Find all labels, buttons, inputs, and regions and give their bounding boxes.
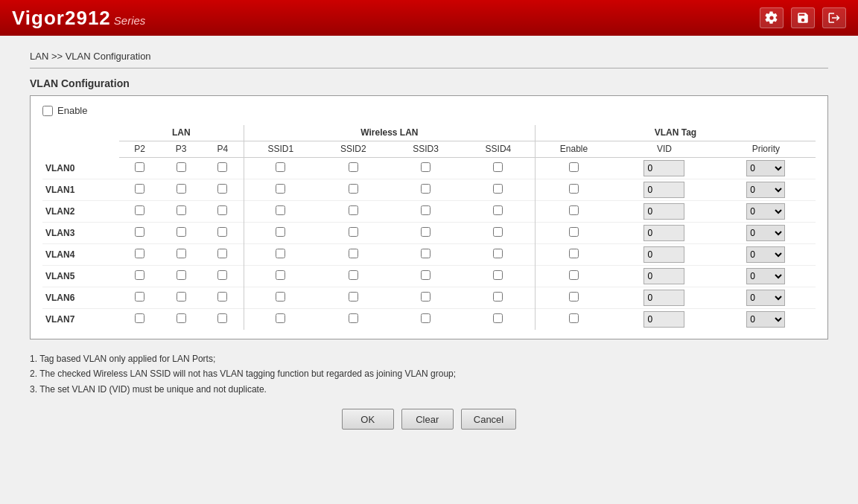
checkbox-vlan5-p2[interactable] (135, 270, 144, 280)
ok-button[interactable]: OK (342, 409, 394, 430)
checkbox-vlan4-p3[interactable] (177, 249, 186, 258)
checkbox-vlan1-p3[interactable] (177, 184, 186, 194)
vid-input-vlan6[interactable] (644, 290, 684, 306)
logout-icon-btn[interactable] (822, 7, 846, 28)
vid-input-vlan3[interactable] (644, 225, 684, 241)
priority-select-vlan2[interactable]: 01234567 (746, 203, 785, 220)
vid-input-vlan2[interactable] (644, 203, 684, 220)
checkbox-vlan3-p4[interactable] (217, 227, 227, 237)
logo: Vigor2912 Series (12, 7, 145, 30)
priority-select-vlan6[interactable]: 01234567 (746, 290, 785, 306)
checkbox-vlan1-p2[interactable] (135, 184, 144, 194)
checkbox-vlan3-ssid4[interactable] (493, 227, 503, 237)
cancel-button[interactable]: Cancel (461, 409, 516, 430)
checkbox-vlan0-ssid3[interactable] (421, 162, 430, 172)
checkbox-vlan7-ssid4[interactable] (493, 313, 503, 323)
checkbox-vlan7-p3[interactable] (177, 313, 186, 323)
vlan2-tag-enable (535, 201, 612, 223)
checkbox-vlan2-tag-enable[interactable] (569, 205, 579, 215)
vlan6-ssid4 (462, 287, 535, 309)
checkbox-vlan5-p3[interactable] (177, 270, 186, 280)
vid-input-vlan7[interactable] (644, 311, 684, 328)
checkbox-vlan0-p3[interactable] (177, 162, 186, 172)
checkbox-vlan4-ssid4[interactable] (493, 249, 503, 258)
checkbox-vlan2-ssid3[interactable] (421, 205, 430, 215)
checkbox-vlan2-p2[interactable] (135, 205, 144, 215)
checkbox-vlan6-ssid1[interactable] (276, 292, 285, 302)
vlan2-vid (612, 201, 716, 223)
checkbox-vlan1-ssid1[interactable] (276, 184, 285, 194)
checkbox-vlan6-ssid2[interactable] (349, 292, 358, 302)
checkbox-vlan6-ssid4[interactable] (493, 292, 503, 302)
vid-input-vlan5[interactable] (644, 268, 684, 284)
checkbox-vlan2-p3[interactable] (177, 205, 186, 215)
priority-select-vlan4[interactable]: 01234567 (746, 246, 785, 263)
checkbox-vlan3-p2[interactable] (135, 227, 144, 237)
col-empty (42, 141, 119, 158)
priority-select-vlan0[interactable]: 01234567 (746, 160, 785, 176)
checkbox-vlan6-ssid3[interactable] (421, 292, 430, 302)
priority-select-vlan3[interactable]: 01234567 (746, 225, 785, 241)
priority-select-vlan7[interactable]: 01234567 (746, 311, 785, 328)
checkbox-vlan3-p3[interactable] (177, 227, 186, 237)
checkbox-vlan5-p4[interactable] (217, 270, 227, 280)
checkbox-vlan4-ssid2[interactable] (349, 249, 358, 258)
checkbox-vlan0-ssid4[interactable] (493, 162, 503, 172)
checkbox-vlan1-ssid2[interactable] (349, 184, 358, 194)
checkbox-vlan0-tag-enable[interactable] (569, 162, 579, 172)
settings-icon-btn[interactable] (760, 7, 784, 28)
checkbox-vlan2-ssid1[interactable] (276, 205, 285, 215)
checkbox-vlan3-ssid3[interactable] (421, 227, 430, 237)
checkbox-vlan2-ssid4[interactable] (493, 205, 503, 215)
checkbox-vlan7-ssid2[interactable] (349, 313, 358, 323)
col-vid: VID (612, 141, 716, 158)
checkbox-vlan7-p2[interactable] (135, 313, 144, 323)
vlan1-ssid3 (390, 179, 462, 201)
checkbox-vlan0-p2[interactable] (135, 162, 144, 172)
vlan3-ssid3 (390, 223, 462, 244)
clear-button[interactable]: Clear (401, 409, 454, 430)
checkbox-vlan7-p4[interactable] (217, 313, 227, 323)
checkbox-vlan4-tag-enable[interactable] (569, 249, 579, 258)
save-icon-btn[interactable] (791, 7, 815, 28)
checkbox-vlan4-ssid1[interactable] (276, 249, 285, 258)
checkbox-vlan7-ssid3[interactable] (421, 313, 430, 323)
priority-select-vlan1[interactable]: 01234567 (746, 182, 785, 198)
checkbox-vlan5-ssid4[interactable] (493, 270, 503, 280)
checkbox-vlan5-tag-enable[interactable] (569, 270, 579, 280)
checkbox-vlan4-p4[interactable] (217, 249, 227, 258)
vlan1-p2 (119, 179, 161, 201)
checkbox-vlan3-ssid2[interactable] (349, 227, 358, 237)
checkbox-vlan3-tag-enable[interactable] (569, 227, 579, 237)
vid-input-vlan0[interactable] (644, 160, 684, 176)
checkbox-vlan6-p3[interactable] (177, 292, 186, 302)
vid-input-vlan1[interactable] (644, 182, 684, 198)
checkbox-vlan6-tag-enable[interactable] (569, 292, 579, 302)
checkbox-vlan4-p2[interactable] (135, 249, 144, 258)
checkbox-vlan5-ssid2[interactable] (349, 270, 358, 280)
vlan4-ssid4 (462, 244, 535, 266)
checkbox-vlan0-p4[interactable] (217, 162, 227, 172)
checkbox-vlan1-p4[interactable] (217, 184, 227, 194)
checkbox-vlan1-ssid4[interactable] (493, 184, 503, 194)
vid-input-vlan4[interactable] (644, 246, 684, 263)
priority-select-vlan5[interactable]: 01234567 (746, 268, 785, 284)
checkbox-vlan5-ssid3[interactable] (421, 270, 430, 280)
checkbox-vlan1-ssid3[interactable] (421, 184, 430, 194)
checkbox-vlan0-ssid2[interactable] (349, 162, 358, 172)
checkbox-vlan5-ssid1[interactable] (276, 270, 285, 280)
checkbox-vlan3-ssid1[interactable] (276, 227, 285, 237)
checkbox-vlan1-tag-enable[interactable] (569, 184, 579, 194)
checkbox-vlan2-p4[interactable] (217, 205, 227, 215)
checkbox-vlan6-p2[interactable] (135, 292, 144, 302)
checkbox-vlan2-ssid2[interactable] (349, 205, 358, 215)
checkbox-vlan7-ssid1[interactable] (276, 313, 285, 323)
checkbox-vlan7-tag-enable[interactable] (569, 313, 579, 323)
checkbox-vlan6-p4[interactable] (217, 292, 227, 302)
col-ssid2: SSID2 (317, 141, 390, 158)
vlan3-tag-enable (535, 223, 612, 244)
checkbox-vlan4-ssid3[interactable] (421, 249, 430, 258)
enable-label[interactable]: Enable (57, 105, 87, 116)
enable-checkbox[interactable] (42, 106, 53, 116)
checkbox-vlan0-ssid1[interactable] (276, 162, 285, 172)
